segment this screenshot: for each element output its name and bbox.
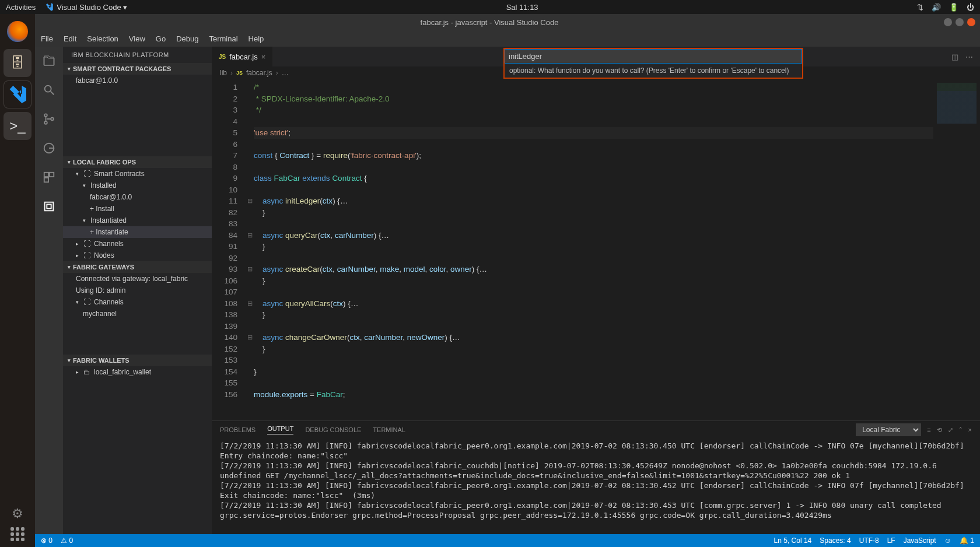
svg-line-1 <box>51 92 54 95</box>
extensions-icon[interactable] <box>41 169 57 185</box>
status-warnings[interactable]: ⚠ 0 <box>61 537 73 545</box>
close-tab-icon[interactable]: × <box>261 52 266 61</box>
panel-tab-output[interactable]: OUTPUT <box>267 425 293 434</box>
code-content[interactable]: /* * SPDX-License-Identifier: Apache-2.0… <box>254 79 933 420</box>
js-file-icon: JS <box>219 54 226 60</box>
blockchain-icon[interactable] <box>41 198 57 215</box>
svg-rect-11 <box>47 204 51 208</box>
panel-local-fabric-ops[interactable]: LOCAL FABRIC OPS <box>63 156 212 168</box>
status-feedback-icon[interactable]: ☺ <box>944 537 951 545</box>
svg-rect-8 <box>50 173 54 177</box>
tree-smart-contracts[interactable]: ⛶Smart Contracts <box>63 168 212 180</box>
active-app-menu[interactable]: Visual Studio Code ▾ <box>44 2 127 12</box>
power-icon[interactable]: ⏻ <box>967 3 974 12</box>
panel-fabric-gateways[interactable]: FABRIC GATEWAYS <box>63 261 212 273</box>
network-icon[interactable]: ⇅ <box>917 3 923 12</box>
editor-actions-icon[interactable]: ⋯ <box>965 52 973 61</box>
tree-channels[interactable]: ⛶Channels <box>63 238 212 250</box>
panel-tab-problems[interactable]: PROBLEMS <box>220 426 256 433</box>
output-channel-select[interactable]: Local Fabric <box>856 423 921 436</box>
menu-debug[interactable]: Debug <box>176 34 198 43</box>
tab-fabcar[interactable]: JS fabcar.js × <box>212 47 273 66</box>
code-editor[interactable]: 1234567891011828384919293106107108138139… <box>212 79 980 420</box>
function-name-input[interactable] <box>505 49 802 64</box>
status-notifications-icon[interactable]: 🔔 1 <box>960 537 974 545</box>
vscode-icon <box>44 2 54 12</box>
volume-icon[interactable]: 🔊 <box>932 3 941 12</box>
ubuntu-topbar: Activities Visual Studio Code ▾ Sal 11:1… <box>0 0 980 14</box>
svg-point-2 <box>44 114 47 117</box>
show-applications-icon[interactable] <box>10 527 24 541</box>
status-encoding[interactable]: UTF-8 <box>859 537 879 545</box>
status-bar: ⊗ 0 ⚠ 0 Ln 5, Col 14 Spaces: 4 UTF-8 LF … <box>35 534 980 547</box>
gateway-channel-item[interactable]: mychannel <box>63 308 212 320</box>
tree-installed[interactable]: Installed <box>63 180 212 191</box>
panel-fabric-wallets[interactable]: FABRIC WALLETS <box>63 355 212 366</box>
status-spaces[interactable]: Spaces: 4 <box>820 537 850 545</box>
menu-help[interactable]: Help <box>249 34 264 43</box>
open-log-icon[interactable]: ⤢ <box>948 426 953 434</box>
install-action[interactable]: + Install <box>63 203 212 215</box>
menubar: File Edit Selection View Go Debug Termin… <box>35 30 980 47</box>
minimap[interactable] <box>933 79 980 420</box>
clear-output-icon[interactable]: ≡ <box>927 426 930 433</box>
fold-gutter[interactable]: ⊞⊞⊞⊞⊞ <box>246 79 254 420</box>
explorer-icon[interactable] <box>41 52 57 69</box>
svg-rect-7 <box>44 173 48 177</box>
activities-menu[interactable]: Activities <box>6 3 36 12</box>
menu-selection[interactable]: Selection <box>87 34 118 43</box>
source-control-icon[interactable] <box>41 111 57 127</box>
input-hint: optional: What function do you want to c… <box>505 64 802 78</box>
search-icon[interactable] <box>41 82 57 98</box>
launcher-firefox[interactable] <box>4 17 32 45</box>
sidebar: IBM BLOCKCHAIN PLATFORM SMART CONTRACT P… <box>63 47 212 534</box>
menu-view[interactable]: View <box>129 34 145 43</box>
panel-smart-contract-packages[interactable]: SMART CONTRACT PACKAGES <box>63 63 212 75</box>
output-content[interactable]: [7/2/2019 11:13:30 AM] [INFO] fabricvsco… <box>212 439 980 534</box>
status-language[interactable]: JavaScript <box>904 537 936 545</box>
close-button[interactable] <box>967 18 975 26</box>
package-item[interactable]: fabcar@1.0.0 <box>63 75 212 86</box>
terminal-icon: >_ <box>9 118 25 134</box>
settings-icon[interactable]: ⚙ <box>12 506 23 521</box>
menu-edit[interactable]: Edit <box>64 34 76 43</box>
menu-go[interactable]: Go <box>156 34 166 43</box>
menu-file[interactable]: File <box>41 34 53 43</box>
battery-icon[interactable]: 🔋 <box>949 3 958 12</box>
editor-area: JS fabcar.js × ◫ ⋯ optional: What functi… <box>212 47 980 534</box>
wallet-item[interactable]: 🗀local_fabric_wallet <box>63 366 212 378</box>
vscode-window: fabcar.js - javascript - Visual Studio C… <box>35 14 980 547</box>
tree-nodes[interactable]: ⛶Nodes <box>63 250 212 261</box>
close-panel-icon[interactable]: × <box>968 426 972 433</box>
minimize-button[interactable] <box>944 18 952 26</box>
status-errors[interactable]: ⊗ 0 <box>41 537 52 545</box>
gateway-channels[interactable]: ⛶Channels <box>63 296 212 308</box>
maximize-panel-icon[interactable]: ˄ <box>959 426 963 434</box>
sidebar-title: IBM BLOCKCHAIN PLATFORM <box>63 47 212 63</box>
status-line-col[interactable]: Ln 5, Col 14 <box>774 537 812 545</box>
panel-tab-debug[interactable]: DEBUG CONSOLE <box>305 426 361 433</box>
activity-bar <box>35 47 63 534</box>
debug-icon[interactable] <box>41 140 57 156</box>
files-icon: 🗄 <box>10 55 24 71</box>
tree-instantiated[interactable]: Instantiated <box>63 215 212 226</box>
instantiate-action[interactable]: + Instantiate <box>63 226 212 238</box>
launcher-vscode[interactable] <box>4 80 32 108</box>
gateway-connected: Connected via gateway: local_fabric <box>63 273 212 285</box>
clock[interactable]: Sal 11:13 <box>127 3 917 12</box>
svg-point-3 <box>44 121 47 124</box>
lock-scroll-icon[interactable]: ⟲ <box>937 426 942 434</box>
panel-tabs: PROBLEMS OUTPUT DEBUG CONSOLE TERMINAL L… <box>212 421 980 439</box>
bottom-panel: PROBLEMS OUTPUT DEBUG CONSOLE TERMINAL L… <box>212 420 980 534</box>
panel-tab-terminal[interactable]: TERMINAL <box>373 426 405 433</box>
maximize-button[interactable] <box>956 18 964 26</box>
launcher-terminal[interactable]: >_ <box>4 112 32 140</box>
split-editor-icon[interactable]: ◫ <box>951 52 958 61</box>
titlebar: fabcar.js - javascript - Visual Studio C… <box>35 14 980 30</box>
status-eol[interactable]: LF <box>887 537 895 545</box>
gateway-using-id: Using ID: admin <box>63 285 212 296</box>
menu-terminal[interactable]: Terminal <box>209 34 237 43</box>
firefox-icon <box>7 21 28 42</box>
installed-item[interactable]: fabcar@1.0.0 <box>63 191 212 203</box>
launcher-files[interactable]: 🗄 <box>4 49 32 77</box>
